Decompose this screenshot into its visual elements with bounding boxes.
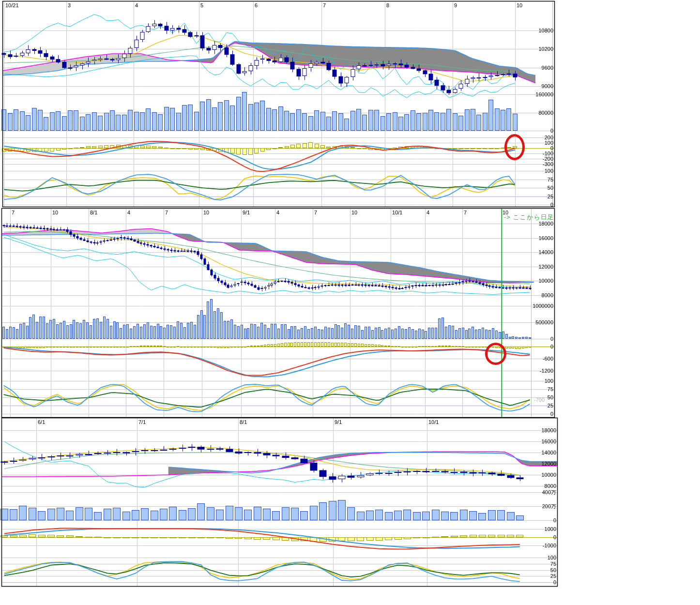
stock-charting-app-screen: -> ここから日足 -700 [0, 0, 700, 605]
charts-canvas[interactable] [0, 0, 700, 605]
